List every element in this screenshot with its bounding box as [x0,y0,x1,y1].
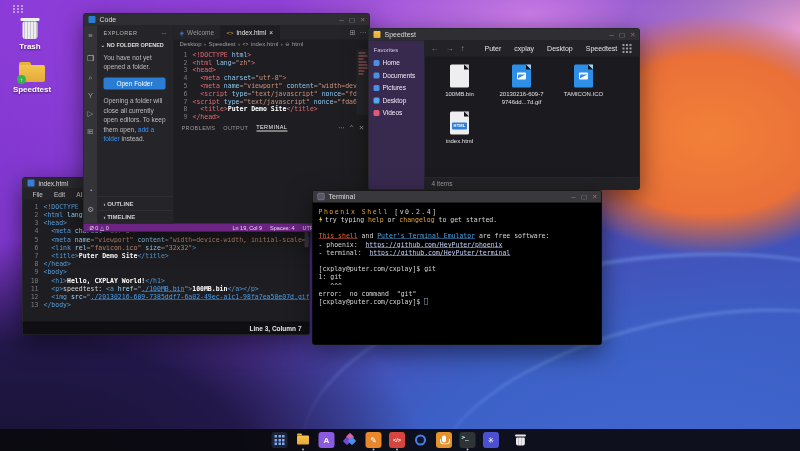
code-line: 13</body> [23,301,310,309]
menu-file[interactable]: File [33,190,43,198]
files-sidebar: Favorites HomeDocumentsPicturesDesktopVi… [369,41,425,190]
file-name: 100MB.bin [429,91,491,99]
files-toolbar: ←→↑ PutercxplayDesktopSpeedtest [425,41,640,57]
desktop-icon-trash[interactable]: Trash [6,17,54,51]
extensions-icon[interactable]: ⊞ [84,127,98,136]
account-icon[interactable]: ◔ [84,186,98,195]
close-tab-icon[interactable]: × [269,29,273,37]
files-titlebar[interactable]: Speedtest ─▢✕ [369,29,640,41]
breadcrumb[interactable]: Desktop›Speedtest›<>index.html›⊖html [174,40,370,49]
menu-icon[interactable]: ≡ [84,31,98,40]
panel-action-icon[interactable]: ⌃ [349,124,355,132]
editor-app-icon [28,180,35,187]
debug-icon[interactable]: ▷ [84,109,98,118]
cursor-position: Line 3, Column 7 [249,324,301,332]
explorer-icon[interactable]: ❐ [84,54,98,63]
lightning-icon [319,216,324,223]
path-item-speedtest[interactable]: Speedtest [586,45,618,53]
breadcrumb-item[interactable]: html [292,41,303,48]
dock-browser-icon[interactable] [413,432,429,448]
file-item[interactable]: 20130216-609-7 9746dd...7d.gif [491,65,553,106]
dock-dev-center-icon[interactable]: </> [389,432,405,448]
welcome-icon: ◈ [180,29,185,36]
breadcrumb-item[interactable]: Speedtest [209,41,236,48]
source-control-icon[interactable]: Y [84,91,98,100]
explorer-hint: Opening a folder will close all currentl… [98,94,174,147]
desktop-icon-speedtest[interactable]: ↑ Speedtest [8,62,56,94]
dock-puter-shapes-icon[interactable] [342,432,358,448]
status-item[interactable]: Ln 19, Col 9 [232,225,262,231]
explorer-section[interactable]: ⌄ NO FOLDER OPENED [98,39,174,52]
breadcrumb-item[interactable]: index.html [251,41,278,48]
up-icon[interactable]: ↑ [461,44,465,53]
path-item-puter[interactable]: Puter [485,45,502,53]
code-line: 4 <meta charset="utf-8"> [174,74,370,82]
panel-action-icon[interactable]: ✕ [359,124,365,132]
settings-gear-icon[interactable]: ⚙ [84,205,98,214]
file-item[interactable]: 100MB.bin [429,65,491,106]
search-icon[interactable]: ⌕ [84,73,98,82]
sidebar-item-documents[interactable]: Documents [369,69,425,82]
breadcrumb-item[interactable]: Desktop [180,41,202,48]
forward-icon[interactable]: → [446,44,454,53]
status-item[interactable]: Spaces: 4 [270,225,294,231]
tab-welcome[interactable]: ◈Welcome [174,26,221,40]
timeline-section[interactable]: › TIMELINE [98,210,174,224]
menu-ai[interactable]: AI [76,190,82,198]
grid-view-icon[interactable] [623,44,632,53]
outline-section[interactable]: › OUTLINE [98,197,174,211]
code-line: 1<!DOCTYPE html> [174,51,370,59]
favorites-heading: Favorites [369,45,425,57]
sidebar-item-videos[interactable]: Videos [369,107,425,120]
panel-tab-terminal[interactable]: TERMINAL [256,124,287,132]
terminal-output[interactable]: Phoenix Shell [v0.2.4]try typing help or… [313,203,602,345]
dock-settings-icon[interactable]: ✳ [483,432,499,448]
panel-tab-problems[interactable]: PROBLEMS [182,125,216,131]
files-breadcrumb[interactable]: PutercxplayDesktopSpeedtest [485,45,618,53]
taskbar: A✎</>>_✳ [0,429,800,451]
sidebar-item-pictures[interactable]: Pictures [369,82,425,95]
dock-terminal-icon[interactable]: >_ [460,432,476,448]
dock-recorder-icon[interactable] [436,432,452,448]
system-menu-icon[interactable] [12,4,24,14]
sidebar-item-home[interactable]: Home [369,57,425,70]
menu-edit[interactable]: Edit [54,190,65,198]
window-controls[interactable]: ─▢✕ [339,14,365,26]
split-editor-icon[interactable]: ⊞ [350,29,356,37]
code-line: 10 <h1>Hello, CXPLAY World!</h1> [23,276,310,284]
window-controls[interactable]: ─▢✕ [571,191,597,203]
vscode-titlebar[interactable]: Code ─▢✕ [84,14,370,26]
vscode-code[interactable]: 1<!DOCTYPE html>2<html lang="zh">3<head>… [174,49,370,121]
open-folder-button[interactable]: Open Folder [104,78,166,90]
terminal-title: Terminal [329,193,355,201]
code-line: 7 <title>Puter Demo Site</title> [23,252,310,260]
back-icon[interactable]: ← [431,44,439,53]
dock-editor-icon[interactable]: ✎ [366,432,382,448]
terminal-titlebar[interactable]: Terminal ─▢✕ [313,191,602,203]
dock-app-center-icon[interactable]: A [319,432,335,448]
tab-index-html[interactable]: <>index.html× [221,26,280,40]
vscode-tabsbar: ◈Welcome<>index.html×⊞⋯ [174,26,370,40]
panel-tab-output[interactable]: OUTPUT [223,125,248,131]
sidebar-item-desktop[interactable]: Desktop [369,94,425,107]
dock-launcher-icon[interactable] [272,432,288,448]
image-file-icon [512,65,531,88]
dock-trash-icon[interactable] [513,432,529,448]
window-controls[interactable]: ─▢✕ [609,29,635,41]
code-line: 9</head> [174,113,370,121]
path-item-cxplay[interactable]: cxplay [514,45,534,53]
file-item[interactable]: HTMLindex.html [429,112,491,146]
more-icon[interactable]: ⋯ [162,30,168,37]
problems-status[interactable]: Ø 0 △ 0 [90,224,109,231]
html-file-icon: <> [243,41,249,47]
path-item-desktop[interactable]: Desktop [547,45,573,53]
panel-action-icon[interactable]: ⋯ [338,124,345,132]
folder-icon [374,97,380,103]
code-line: 6 <script type="text/javascript" nonce="… [174,89,370,97]
panel-tabs: PROBLEMSOUTPUTTERMINAL⋯⌃✕ [174,122,370,134]
terminal-app-icon [318,193,325,200]
code-line: 5 <meta name="viewport" content="width=d… [23,235,310,243]
more-actions-icon[interactable]: ⋯ [360,29,367,37]
file-item[interactable]: TAMICON.ICO [553,65,615,106]
dock-files-icon[interactable] [295,432,311,448]
